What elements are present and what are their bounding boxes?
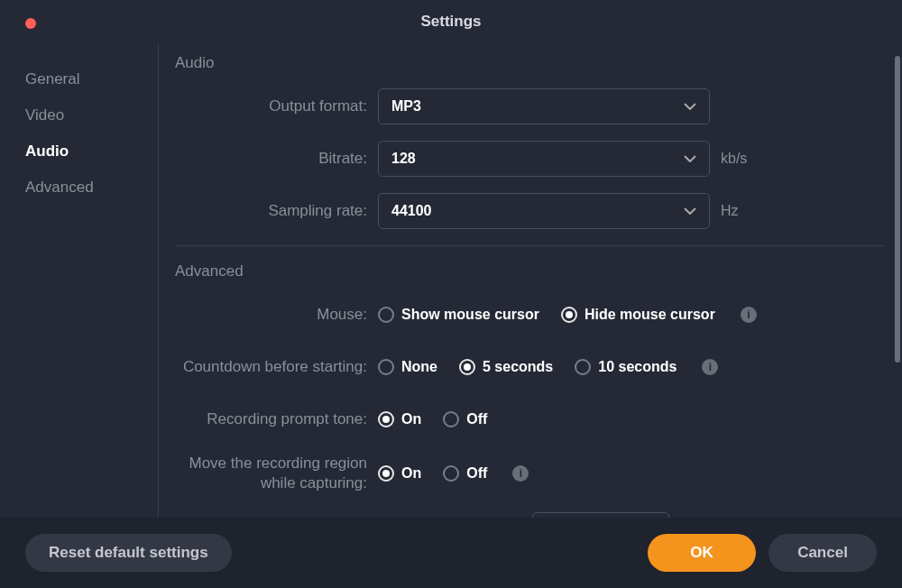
info-icon[interactable]: i xyxy=(702,359,718,375)
scrollbar-thumb[interactable] xyxy=(895,56,900,363)
radio-label: On xyxy=(401,465,421,482)
close-window-button[interactable] xyxy=(25,18,36,29)
radio-label: Show mouse cursor xyxy=(401,307,539,323)
section-title-advanced: Advanced xyxy=(175,262,886,280)
select-bitrate-value: 128 xyxy=(391,151,416,167)
row-output-format: Output format: MP3 xyxy=(175,88,886,124)
radio-group-prompt-tone: On Off xyxy=(378,411,487,427)
radio-group-mouse: Show mouse cursor Hide mouse cursor i xyxy=(378,307,757,323)
ok-button[interactable]: OK xyxy=(648,534,756,572)
radio-icon xyxy=(378,465,394,482)
section-title-audio: Audio xyxy=(175,54,886,72)
radio-hide-mouse-cursor[interactable]: Hide mouse cursor xyxy=(561,307,715,323)
unit-bitrate: kb/s xyxy=(721,151,747,167)
section-divider xyxy=(175,245,886,246)
select-sampling-rate[interactable]: 44100 xyxy=(378,193,710,229)
sidebar-item-advanced[interactable]: Advanced xyxy=(25,179,158,197)
sidebar-item-video[interactable]: Video xyxy=(25,106,158,124)
label-sampling-rate: Sampling rate: xyxy=(175,201,378,221)
row-countdown: Countdown before starting: None 5 second… xyxy=(175,349,886,385)
chevron-down-icon xyxy=(684,207,696,215)
label-bitrate: Bitrate: xyxy=(175,149,378,169)
unit-sampling-rate: Hz xyxy=(721,203,739,219)
radio-label: Off xyxy=(466,411,487,427)
select-sampling-rate-value: 44100 xyxy=(391,203,432,219)
label-move-region: Move the recording region while capturin… xyxy=(175,454,378,493)
radio-move-region-on[interactable]: On xyxy=(378,465,421,482)
radio-icon xyxy=(378,411,394,427)
radio-show-mouse-cursor[interactable]: Show mouse cursor xyxy=(378,307,539,323)
row-bitrate: Bitrate: 128 kb/s xyxy=(175,141,886,177)
row-mouse: Mouse: Show mouse cursor Hide mouse curs… xyxy=(175,297,886,333)
cancel-button[interactable]: Cancel xyxy=(769,534,877,572)
info-icon[interactable]: i xyxy=(512,465,529,482)
radio-icon xyxy=(459,359,475,375)
chevron-down-icon xyxy=(684,103,696,110)
radio-countdown-5-seconds[interactable]: 5 seconds xyxy=(459,359,553,375)
radio-label: Off xyxy=(466,465,487,482)
sidebar-item-general[interactable]: General xyxy=(25,70,158,88)
sidebar: General Video Audio Advanced xyxy=(0,43,158,518)
select-output-format-value: MP3 xyxy=(391,98,421,115)
row-sampling-rate: Sampling rate: 44100 Hz xyxy=(175,193,886,229)
row-move-region: Move the recording region while capturin… xyxy=(175,454,886,493)
window-title: Settings xyxy=(420,13,481,31)
radio-label: Hide mouse cursor xyxy=(584,307,715,323)
footer: Reset default settings OK Cancel xyxy=(0,518,902,588)
label-mouse: Mouse: xyxy=(175,305,378,325)
radio-icon xyxy=(378,359,394,375)
radio-label: 10 seconds xyxy=(598,359,676,375)
row-hotkeys: Hotkeys: Start/Stop recording ⌘ 1 xyxy=(175,510,886,518)
label-output-format: Output format: xyxy=(175,96,378,116)
radio-icon xyxy=(561,307,577,323)
radio-countdown-none[interactable]: None xyxy=(378,359,437,375)
content-panel: Audio Output format: MP3 Bitrate: 128 kb… xyxy=(158,43,902,518)
radio-icon xyxy=(575,359,591,375)
radio-group-countdown: None 5 seconds 10 seconds i xyxy=(378,359,718,375)
info-icon[interactable]: i xyxy=(741,307,757,323)
radio-move-region-off[interactable]: Off xyxy=(443,465,487,482)
row-prompt-tone: Recording prompt tone: On Off xyxy=(175,401,886,437)
radio-label: 5 seconds xyxy=(483,359,553,375)
select-bitrate[interactable]: 128 xyxy=(378,141,710,177)
radio-icon xyxy=(443,411,459,427)
radio-group-move-region: On Off i xyxy=(378,465,529,482)
sidebar-item-audio[interactable]: Audio xyxy=(25,142,158,161)
label-prompt-tone: Recording prompt tone: xyxy=(175,409,378,429)
chevron-down-icon xyxy=(684,155,696,162)
radio-prompt-tone-on[interactable]: On xyxy=(378,411,421,427)
radio-label: None xyxy=(401,359,437,375)
label-countdown: Countdown before starting: xyxy=(175,357,378,377)
radio-prompt-tone-off[interactable]: Off xyxy=(443,411,487,427)
radio-icon xyxy=(378,307,394,323)
radio-countdown-10-seconds[interactable]: 10 seconds xyxy=(575,359,676,375)
radio-icon xyxy=(443,465,459,482)
reset-default-settings-button[interactable]: Reset default settings xyxy=(25,534,232,572)
select-output-format[interactable]: MP3 xyxy=(378,88,710,124)
radio-label: On xyxy=(401,411,421,427)
titlebar: Settings xyxy=(0,0,902,43)
